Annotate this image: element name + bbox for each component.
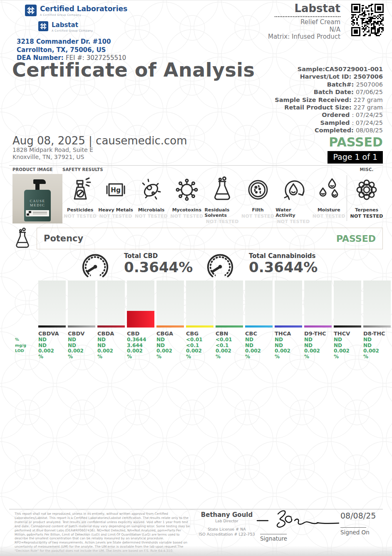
safety-test-status: NOT TESTED — [135, 213, 168, 219]
chart-column-d8-thc: D8-THCNDND0.002% — [363, 280, 391, 360]
cannabinoid-color-strip — [186, 325, 213, 328]
row-label-percent: % — [15, 337, 26, 343]
signer-name: Bethany Gould — [192, 511, 261, 519]
value-lod: 0.002 — [156, 348, 184, 354]
certified-laboratories-logo: Certified Laboratories A Certified Group… — [25, 5, 127, 17]
signature-label: Signature — [260, 535, 287, 542]
cannabinoid-name: CBDA — [97, 330, 125, 337]
hg-box-icon: Hg — [102, 176, 129, 203]
safety-test-name: Pesticides — [67, 207, 93, 213]
cannabinoid-name: CBGA — [156, 330, 184, 337]
value-lod-unit: % — [38, 354, 66, 360]
product-sub: N/A — [216, 26, 340, 34]
labstat-logo-tagline: A Certified Group Company — [52, 29, 93, 32]
cannabinoid-name: CBD — [127, 330, 154, 337]
petri-dish-icon — [245, 176, 271, 203]
page-bottom-edge — [0, 546, 392, 556]
safety-test-residual-solvents: Residuals Solvents NOT TESTED — [205, 175, 240, 224]
iso-accreditation: ISO Accreditation # L22-753 — [192, 532, 261, 537]
value-percent: ND — [363, 337, 391, 343]
value-percent: ND — [304, 337, 332, 343]
cannabinoid-color-strip — [334, 325, 361, 328]
value-mgg: ND — [97, 343, 125, 349]
value-percent: ND — [156, 337, 184, 343]
value-lod: 0.002 — [186, 348, 213, 354]
value-mgg: 3.644 — [127, 343, 154, 349]
total-cbd-gauge: Total CBD 0.3644% — [77, 251, 193, 280]
value-percent: ND — [68, 337, 95, 343]
cannabinoid-color-strip — [216, 325, 243, 328]
cannabinoid-color-strip — [38, 325, 66, 328]
bottle-pump-head — [33, 179, 46, 184]
misc-divider — [347, 175, 347, 221]
chart-column-cbdva: CBDVANDND0.002% — [38, 280, 66, 360]
gauge-icon — [202, 251, 238, 280]
value-lod-unit: % — [68, 354, 95, 360]
safety-results-section-label: SAFETY RESULTS — [62, 167, 103, 172]
cannabinoid-name: THCA — [275, 330, 302, 337]
chart-column-d9-thc: D9-THCNDND0.002% — [304, 280, 332, 360]
potency-title: Potency — [44, 233, 83, 243]
state-license: State License # NA — [192, 527, 261, 532]
section-divider — [9, 165, 383, 166]
chart-column-track — [156, 280, 184, 328]
chart-column-track — [245, 280, 273, 328]
signed-date: 08/08/25 — [340, 511, 376, 520]
safety-test-name: Microbials — [138, 207, 165, 213]
cannabinoid-name: CBC — [245, 330, 273, 337]
chart-column-track — [68, 280, 95, 328]
qr-code — [351, 4, 384, 36]
safety-test-status: NOT TESTED — [313, 213, 345, 219]
signer-credentials: State License # NA ISO Accreditation # L… — [192, 527, 261, 537]
value-mgg: ND — [363, 343, 391, 349]
value-lod-unit: % — [97, 354, 125, 360]
value-lod: 0.002 — [275, 348, 302, 354]
dotted-divider — [275, 16, 340, 17]
cert-logo-name: Certified Laboratories — [40, 5, 127, 13]
cannabinoid-name: D9-THC — [304, 330, 332, 337]
safety-test-status: NOT TESTED — [64, 213, 97, 219]
client-block: Labstat Relief Cream N/A Matrix: Infused… — [216, 2, 340, 41]
value-lod-unit: % — [245, 354, 273, 360]
cannabinoid-name: CBDV — [68, 330, 95, 337]
chart-row-labels: % mg/g LOD — [15, 337, 26, 354]
cannabinoid-name: CBG — [186, 330, 213, 337]
value-lod-unit: % — [334, 354, 361, 360]
chart-column-track — [216, 280, 243, 328]
client-address-line2: Knoxville, TN, 37921, US — [12, 154, 93, 161]
potency-section-header: Potency PASSED — [37, 228, 383, 249]
gauge-icon — [77, 251, 113, 280]
safety-test-status: NOT TESTED — [277, 219, 310, 224]
safety-test-microbials: Microbials NOT TESTED — [134, 175, 169, 224]
chart-column-cbn: CBN<0.01<0.10.002% — [216, 280, 243, 360]
sample-info: Sample:CA50729001-001 Harvest/Lot ID: 25… — [275, 65, 383, 134]
certified-group-logo-icon — [25, 5, 37, 16]
value-lod: 0.002 — [216, 348, 243, 354]
signer-title: Lab Director — [192, 519, 261, 523]
safety-test-status: NOT TESTED — [206, 219, 239, 224]
page-number-badge: Page 1 of 1 — [327, 151, 383, 164]
value-lod-unit: % — [304, 354, 332, 360]
value-mgg: ND — [275, 343, 302, 349]
sample-info-row: Sampled: 07/24/25 — [275, 119, 383, 127]
value-lod: 0.002 — [334, 348, 361, 354]
value-lod: 0.002 — [127, 348, 154, 354]
safety-test-name: Mycotoxins — [172, 207, 201, 213]
safety-tests-row: Pesticides NOT TESTED Hg Heavy Metals NO… — [62, 175, 347, 224]
safety-test-name: Residuals Solvents — [205, 207, 240, 218]
signed-on-label: Signed On — [340, 529, 370, 536]
value-mgg: ND — [68, 343, 95, 349]
gauge-value: 0.3644% — [249, 260, 318, 275]
value-lod: 0.002 — [363, 348, 391, 354]
sample-info-row: Sample Size Received:227 gram — [275, 96, 383, 104]
sample-info-row: Completed:08/08/25 — [275, 127, 383, 134]
product-image-section-label: PRODUCT IMAGE — [12, 167, 53, 172]
virus-icon — [174, 176, 200, 203]
value-lod: 0.002 — [38, 348, 66, 354]
signer-block: Bethany Gould Lab Director State License… — [192, 511, 261, 537]
cannabinoid-color-strip — [97, 325, 125, 328]
droplets-icon — [315, 176, 342, 203]
value-mgg: ND — [334, 343, 361, 349]
misc-test-status: NOT TESTED — [350, 213, 383, 219]
chart-column-cbdv: CBDVNDND0.002% — [68, 280, 95, 360]
